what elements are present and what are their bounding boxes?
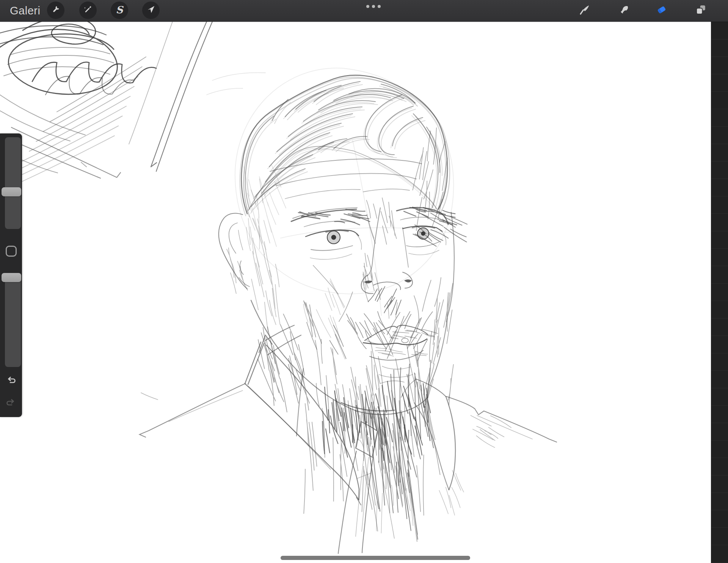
eraser-icon xyxy=(656,4,667,17)
selection-button[interactable]: S xyxy=(111,2,128,19)
brush-size-slider-handle[interactable] xyxy=(2,187,21,196)
wrench-icon xyxy=(51,5,61,16)
smudge-icon xyxy=(618,4,630,17)
adjustments-button[interactable] xyxy=(79,2,97,19)
gallery-button[interactable]: Galeri xyxy=(10,0,40,22)
procreate-window: Galeri xyxy=(0,0,728,563)
brush-icon xyxy=(579,4,590,17)
paint-tool-button[interactable] xyxy=(576,2,593,19)
brush-size-slider[interactable] xyxy=(5,137,21,229)
brush-opacity-slider[interactable] xyxy=(5,275,21,367)
top-toolbar: Galeri xyxy=(0,0,728,22)
portrait-sketch xyxy=(0,22,711,563)
brush-sidebar xyxy=(0,133,22,417)
ellipsis-icon xyxy=(366,5,369,8)
magic-wand-icon xyxy=(83,5,93,16)
undo-button[interactable] xyxy=(5,375,17,386)
erase-tool-button[interactable] xyxy=(653,2,670,19)
modify-button[interactable] xyxy=(6,246,17,257)
home-indicator[interactable] xyxy=(281,556,470,560)
redo-icon xyxy=(5,403,17,409)
brush-opacity-slider-handle[interactable] xyxy=(2,273,21,282)
layers-button[interactable] xyxy=(692,2,709,19)
redo-button[interactable] xyxy=(5,397,17,408)
drawing-canvas[interactable] xyxy=(0,22,711,563)
smudge-tool-button[interactable] xyxy=(615,2,633,19)
selection-s-icon: S xyxy=(116,4,123,16)
layers-icon xyxy=(695,4,706,17)
actions-button[interactable] xyxy=(47,2,64,19)
undo-icon xyxy=(5,381,17,387)
ellipsis-icon xyxy=(378,5,381,8)
transform-button[interactable] xyxy=(142,2,160,19)
ellipsis-icon xyxy=(372,5,375,8)
canvas-options-button[interactable] xyxy=(366,5,381,8)
transform-arrow-icon xyxy=(146,5,156,16)
workspace-background xyxy=(711,22,728,563)
